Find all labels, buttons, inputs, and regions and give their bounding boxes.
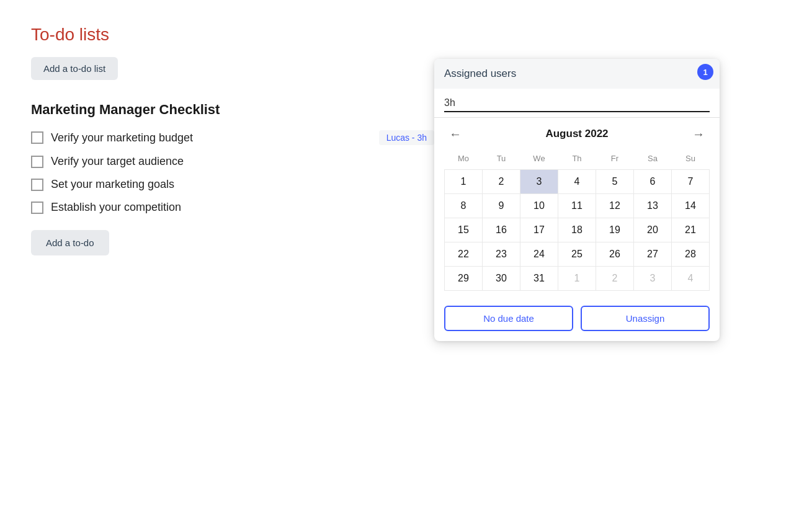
list-item: Verify your target audience <box>31 155 434 168</box>
calendar-day[interactable]: 2 <box>483 170 520 194</box>
weekday-header: Su <box>672 150 710 170</box>
weekday-header: Sa <box>634 150 672 170</box>
weekday-header: We <box>520 150 558 170</box>
calendar-day[interactable]: 19 <box>596 218 634 242</box>
page-title: To-do lists <box>31 25 434 45</box>
calendar-day[interactable]: 22 <box>445 242 483 267</box>
unassign-button[interactable]: Unassign <box>581 306 710 331</box>
calendar-day[interactable]: 8 <box>445 194 483 218</box>
calendar-day[interactable]: 20 <box>634 218 672 242</box>
calendar-day[interactable]: 6 <box>634 170 672 194</box>
calendar-day: 3 <box>634 267 672 291</box>
calendar-day[interactable]: 12 <box>596 194 634 218</box>
assigned-count-badge: 1 <box>697 64 713 80</box>
calendar-day: 2 <box>596 267 634 291</box>
calendar-day[interactable]: 18 <box>558 218 596 242</box>
add-list-button[interactable]: Add a to-do list <box>31 57 118 80</box>
todo-label-1: Verify your marketing budget <box>51 131 372 144</box>
calendar-day[interactable]: 27 <box>634 242 672 267</box>
calendar-day[interactable]: 14 <box>672 194 710 218</box>
todo-checkbox-4[interactable] <box>31 202 43 214</box>
time-input-row <box>434 89 720 118</box>
calendar-day[interactable]: 17 <box>520 218 558 242</box>
calendar-day[interactable]: 4 <box>558 170 596 194</box>
no-due-date-button[interactable]: No due date <box>444 306 573 331</box>
todo-checkbox-3[interactable] <box>31 179 43 191</box>
assigned-users-row: Assigned users ▾ 1 <box>434 59 720 89</box>
weekday-header: Fr <box>596 150 634 170</box>
weekday-header: Mo <box>445 150 483 170</box>
calendar-day[interactable]: 30 <box>483 267 520 291</box>
assigned-users-label: Assigned users <box>444 68 700 80</box>
calendar-day: 4 <box>672 267 710 291</box>
todo-label-3: Set your marketing goals <box>51 178 434 191</box>
list-item: Set your marketing goals <box>31 178 434 191</box>
calendar-day[interactable]: 10 <box>520 194 558 218</box>
calendar-popup: Assigned users ▾ 1 ← August 2022 → MoTuW… <box>434 59 720 341</box>
weekday-header: Tu <box>483 150 520 170</box>
prev-month-button[interactable]: ← <box>444 125 466 143</box>
list-item: Establish your competition <box>31 201 434 214</box>
weekday-header: Th <box>558 150 596 170</box>
list-item: Verify your marketing budget Lucas - 3h <box>31 130 434 145</box>
calendar-day[interactable]: 3 <box>520 170 558 194</box>
calendar-day[interactable]: 28 <box>672 242 710 267</box>
calendar-day[interactable]: 29 <box>445 267 483 291</box>
calendar-day[interactable]: 16 <box>483 218 520 242</box>
calendar-day[interactable]: 24 <box>520 242 558 267</box>
calendar-day[interactable]: 7 <box>672 170 710 194</box>
calendar-body: ← August 2022 → MoTuWeThFrSaSu 123456789… <box>434 118 720 298</box>
calendar-day[interactable]: 9 <box>483 194 520 218</box>
todo-label-2: Verify your target audience <box>51 155 434 168</box>
calendar-day[interactable]: 31 <box>520 267 558 291</box>
calendar-day[interactable]: 15 <box>445 218 483 242</box>
calendar-footer: No due date Unassign <box>434 298 720 341</box>
calendar-day[interactable]: 23 <box>483 242 520 267</box>
add-todo-button[interactable]: Add a to-do <box>31 230 109 255</box>
time-input[interactable] <box>444 95 710 112</box>
calendar-grid: MoTuWeThFrSaSu 1234567891011121314151617… <box>444 150 710 291</box>
todo-label-4: Establish your competition <box>51 201 434 214</box>
calendar-day[interactable]: 21 <box>672 218 710 242</box>
calendar-day: 1 <box>558 267 596 291</box>
calendar-day[interactable]: 5 <box>596 170 634 194</box>
assignment-badge-1: Lucas - 3h <box>379 130 434 145</box>
checklist-title: Marketing Manager Checklist <box>31 102 434 118</box>
calendar-day[interactable]: 13 <box>634 194 672 218</box>
calendar-day[interactable]: 26 <box>596 242 634 267</box>
next-month-button[interactable]: → <box>687 125 710 143</box>
month-title: August 2022 <box>545 128 608 140</box>
calendar-day[interactable]: 1 <box>445 170 483 194</box>
todo-checkbox-2[interactable] <box>31 156 43 168</box>
calendar-nav: ← August 2022 → <box>444 125 710 143</box>
todo-checkbox-1[interactable] <box>31 131 43 144</box>
calendar-day[interactable]: 25 <box>558 242 596 267</box>
checklist-section: Marketing Manager Checklist Verify your … <box>31 102 434 255</box>
calendar-day[interactable]: 11 <box>558 194 596 218</box>
